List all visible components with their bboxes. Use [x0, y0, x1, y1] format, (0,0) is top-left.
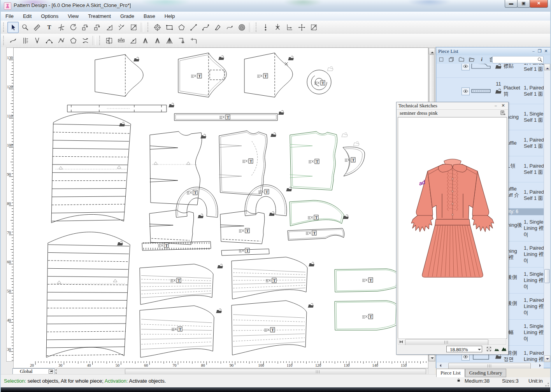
sketch-zoom-bar: 18.803% — [397, 345, 508, 354]
svg-text:T: T — [178, 278, 181, 283]
tool-align-corner[interactable] — [284, 22, 295, 33]
tool-trim[interactable] — [56, 22, 67, 33]
tool-center-circle[interactable] — [152, 22, 163, 33]
sketch-close-button[interactable]: ✕ — [500, 103, 506, 108]
pl-open-folder-button[interactable] — [467, 55, 476, 64]
piece-list-row[interactable]: 襟貼1, PairedSelf 1 面 — [437, 64, 544, 78]
tool-dart[interactable] — [32, 35, 43, 46]
tool-edit-nodes[interactable] — [56, 35, 67, 46]
svg-text:T: T — [246, 229, 249, 233]
piece-list-horizontal-scrollbar[interactable] — [437, 362, 544, 368]
pl-new-folder-button[interactable] — [457, 55, 466, 64]
piece-thumbnail — [471, 86, 491, 96]
tool-skew[interactable] — [104, 22, 115, 33]
tool-zoom[interactable] — [19, 22, 31, 33]
tool-arc[interactable] — [44, 35, 55, 46]
pen-edit-icon — [214, 23, 222, 32]
panel-restore-button[interactable]: ❐ — [537, 49, 543, 54]
tool-fan-dart[interactable] — [164, 35, 175, 46]
minimize-button[interactable]: ▬ — [505, 0, 518, 8]
piece-list-row[interactable]: 11Placket筒1, PairedSelf 1 面 — [437, 78, 544, 104]
tool-spiral[interactable] — [236, 22, 247, 33]
tool-adjust-point[interactable] — [116, 22, 127, 33]
pl-select-box-button[interactable] — [437, 55, 446, 64]
menu-options[interactable]: Options — [36, 12, 63, 20]
grain-line-label: T — [219, 115, 230, 119]
title-bar[interactable]: Pattern Design - [6.0 One Piece A Skirt_… — [1, 0, 550, 12]
pattern-canvas[interactable]: TTTTTTTTTTTTTTTTTTTT — [13, 47, 428, 362]
tool-polygon[interactable] — [176, 22, 187, 33]
tab-grading-library[interactable]: Grading Library — [465, 369, 507, 377]
tool-curve[interactable] — [200, 22, 211, 33]
tool-pleat-fold[interactable] — [140, 35, 151, 46]
fit-view-button[interactable] — [486, 346, 492, 354]
tool-drop-point[interactable] — [260, 22, 271, 33]
menu-view[interactable]: View — [63, 12, 83, 20]
tool-line[interactable] — [188, 22, 199, 33]
pleat-fold-icon — [141, 37, 149, 45]
search-box[interactable] — [492, 56, 544, 63]
style-name: seminer dress pink — [400, 110, 437, 116]
tool-dart-transfer[interactable] — [80, 35, 91, 46]
tool-vertical-measure[interactable] — [19, 35, 31, 46]
tool-text-tool[interactable]: T — [44, 22, 55, 33]
visibility-toggle[interactable] — [462, 88, 470, 95]
pattern-pieces[interactable]: TTTTTTTTTTTTTTTTTTTT — [14, 48, 428, 361]
tool-slant-box[interactable] — [128, 22, 139, 33]
technical-sketches-titlebar[interactable]: Technical Sketches – ✕ — [397, 102, 508, 110]
tool-corner-square[interactable] — [176, 35, 187, 46]
tool-select[interactable] — [7, 22, 19, 33]
tool-delete-point[interactable] — [272, 22, 283, 33]
tool-mirror[interactable] — [104, 35, 115, 46]
close-button[interactable]: ✕ — [530, 0, 548, 8]
tool-polygon-points[interactable] — [68, 35, 79, 46]
toolbar-secondary — [1, 34, 550, 47]
svg-text:130: 130 — [7, 56, 13, 60]
sketch-horizontal-scrollbar[interactable] — [398, 338, 506, 345]
piece-list-vertical-scrollbar[interactable] — [544, 64, 550, 362]
tool-pen-edit[interactable] — [212, 22, 223, 33]
menu-base[interactable]: Base — [139, 12, 160, 20]
sketch-zoom-select[interactable]: 18.803% — [446, 346, 482, 352]
search-input[interactable] — [494, 57, 536, 63]
piece-list-title[interactable]: Piece List – ❐ ✕ — [436, 47, 551, 55]
resize-grip[interactable] — [545, 383, 549, 387]
tool-corner-trim[interactable] — [188, 35, 199, 46]
frame-tool-button[interactable] — [47, 368, 54, 374]
visibility-toggle[interactable] — [462, 64, 470, 70]
panel-close-button[interactable]: ✕ — [543, 49, 549, 54]
menu-treatment[interactable]: Treatment — [83, 12, 116, 20]
svg-text:110: 110 — [287, 363, 293, 368]
menu-grade[interactable]: Grade — [116, 12, 139, 20]
report-icon[interactable] — [500, 110, 506, 117]
zoom-out-mountains-button[interactable] — [494, 346, 500, 354]
tool-smooth-curve[interactable] — [7, 35, 19, 46]
tool-pleat-fold-2[interactable] — [152, 35, 163, 46]
pl-duplicate-button[interactable] — [447, 55, 456, 64]
tool-freehand[interactable] — [224, 22, 235, 33]
tool-width-measure[interactable] — [116, 35, 127, 46]
pl-info-button[interactable]: i — [477, 55, 486, 64]
sketch-minimize-button[interactable]: – — [493, 103, 499, 108]
panel-minimize-button[interactable]: – — [530, 49, 537, 54]
tool-rotate[interactable] — [68, 22, 79, 33]
tool-move-x[interactable] — [80, 22, 91, 33]
piece-folder-icon — [270, 133, 276, 137]
menu-help[interactable]: Help — [160, 12, 180, 20]
tool-rotate-left[interactable] — [128, 35, 139, 46]
tool-move-y[interactable] — [92, 22, 103, 33]
edit-nodes-icon — [57, 37, 65, 45]
piece-folder-icon — [218, 56, 224, 60]
menu-file[interactable]: File — [1, 12, 18, 20]
tab-piece-list[interactable]: Piece List — [436, 369, 465, 377]
tool-move-cross[interactable] — [296, 22, 307, 33]
piece-folder-icon — [286, 187, 292, 191]
technical-sketches-window[interactable]: Technical Sketches – ✕ seminer dress pin… — [396, 102, 509, 355]
zoom-in-mountain-button[interactable] — [501, 346, 507, 354]
tool-measure[interactable] — [32, 22, 43, 33]
restore-button[interactable]: ▣ — [517, 0, 530, 8]
status-unit: Unit:in — [528, 378, 543, 384]
tool-transform-box[interactable] — [308, 22, 319, 33]
menu-edit[interactable]: Edit — [18, 12, 36, 20]
tool-rectangle[interactable] — [164, 22, 175, 33]
